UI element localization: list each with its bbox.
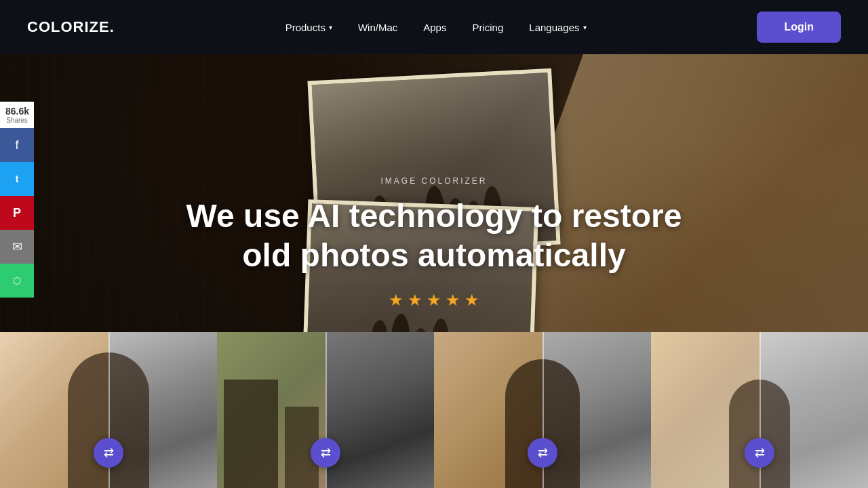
login-button[interactable]: Login	[757, 12, 841, 43]
nav-products[interactable]: Products ▾	[276, 16, 342, 39]
swap-button[interactable]: ⇄	[94, 438, 123, 468]
twitter-share-button[interactable]: t	[0, 162, 34, 196]
preview-street[interactable]: ⇄	[217, 332, 434, 488]
facebook-share-button[interactable]: f	[0, 128, 34, 162]
star-4: ★	[446, 291, 460, 310]
swap-button[interactable]: ⇄	[311, 438, 340, 468]
hero-rating: ★ ★ ★ ★ ★	[0, 291, 868, 310]
share-count-number: 86.6k	[5, 106, 28, 117]
email-icon: ✉	[12, 239, 22, 254]
facebook-icon: f	[15, 138, 18, 152]
nav-apps[interactable]: Apps	[414, 16, 456, 39]
twitter-icon: t	[16, 174, 19, 184]
pinterest-icon: P	[13, 206, 21, 220]
hero-content: IMAGE COLORIZER We use AI technology to …	[0, 176, 868, 310]
preview-bearded-man[interactable]: ⇄	[434, 332, 651, 488]
preview-row: ⇄ ⇄	[0, 332, 868, 488]
swap-button[interactable]: ⇄	[528, 438, 557, 468]
general-share-button[interactable]: ⬡	[0, 264, 34, 298]
preview-man-glasses[interactable]: ⇄	[0, 332, 217, 488]
hero-tag: IMAGE COLORIZER	[0, 176, 868, 186]
share-count: 86.6k Shares	[0, 102, 34, 128]
nav-links: Products ▾ Win/Mac Apps Pricing Language…	[276, 16, 596, 39]
products-chevron-icon: ▾	[329, 24, 332, 31]
email-share-button[interactable]: ✉	[0, 230, 34, 264]
nav-winmac[interactable]: Win/Mac	[349, 16, 407, 39]
languages-chevron-icon: ▾	[583, 24, 587, 31]
social-sidebar: 86.6k Shares f t P ✉ ⬡	[0, 102, 34, 298]
hero-background: IMAGE COLORIZER We use AI technology to …	[0, 54, 868, 488]
hero-title: We use AI technology to restore old phot…	[0, 197, 868, 274]
swap-button[interactable]: ⇄	[745, 438, 774, 468]
star-5: ★	[465, 291, 479, 310]
star-3: ★	[427, 291, 441, 310]
share-icon: ⬡	[13, 275, 21, 286]
navbar: COLORIZE. Products ▾ Win/Mac Apps Pricin…	[0, 0, 868, 54]
nav-pricing[interactable]: Pricing	[462, 16, 513, 39]
preview-baby[interactable]: ⇄	[651, 332, 868, 488]
share-count-label: Shares	[5, 117, 28, 124]
brand-logo[interactable]: COLORIZE.	[27, 18, 115, 36]
pinterest-share-button[interactable]: P	[0, 196, 34, 230]
hero-section: IMAGE COLORIZER We use AI technology to …	[0, 54, 868, 488]
nav-languages[interactable]: Languages ▾	[519, 16, 595, 39]
star-1: ★	[389, 291, 403, 310]
star-2: ★	[408, 291, 422, 310]
